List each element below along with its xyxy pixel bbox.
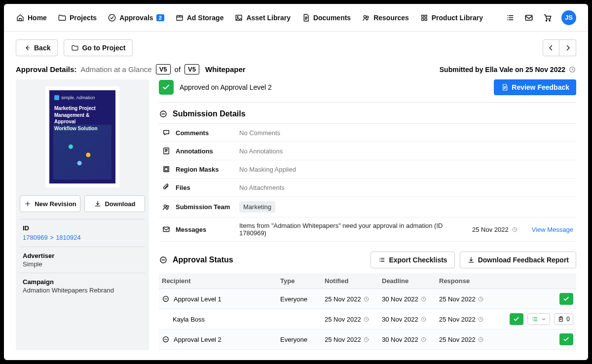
notified-cell: 25 Nov 2022 [325, 336, 382, 343]
table-row: Kayla Boss25 Nov 2022 30 Nov 2022 25 Nov… [159, 309, 576, 329]
nav-approvals[interactable]: Approvals2 [108, 13, 164, 22]
files-value: No Attachments [239, 184, 573, 191]
response-cell: 25 Nov 2022 [439, 295, 496, 303]
team-tag: Marketing [239, 201, 275, 213]
attach-icon [162, 183, 171, 192]
team-icon [162, 203, 171, 212]
nav-home[interactable]: Home [16, 13, 47, 22]
mask-icon [162, 165, 171, 174]
back-button[interactable]: Back [16, 39, 58, 56]
id-link-1[interactable]: 1780969 [23, 234, 48, 241]
sidebar: simple. Admation Marketing Project Manag… [16, 79, 149, 350]
type-cell: Everyone [280, 336, 325, 343]
review-feedback-button[interactable]: Review Feedback [494, 79, 576, 95]
page-title-name: Admation at a Glance [80, 65, 151, 73]
table-row: Jen Why25 Nov 2022 30 Nov 2022 29 Nov 20… [159, 350, 576, 350]
approvals-badge: 2 [156, 14, 164, 21]
collapse-toggle[interactable] [159, 255, 168, 264]
clock-icon [568, 66, 576, 73]
th-recipient: Recipient [162, 277, 280, 285]
submission-details-title: Submission Details [173, 109, 246, 118]
version-total: V5 [185, 64, 199, 74]
cart-icon[interactable] [543, 13, 553, 23]
message-text: Items from "Admation Whitepapers" need y… [239, 222, 466, 237]
approval-status-text: Approved on Approval Level 2 [180, 83, 272, 91]
mail-icon[interactable] [524, 13, 534, 23]
new-revision-button[interactable]: New Revision [20, 195, 80, 212]
nav-product-library[interactable]: Product Library [420, 13, 483, 22]
response-check-icon [510, 313, 523, 325]
notified-cell: 25 Nov 2022 [325, 316, 382, 323]
table-row: Approval Level 2Everyone25 Nov 2022 30 N… [159, 329, 576, 350]
clock-icon [512, 226, 518, 233]
download-button[interactable]: Download [84, 195, 145, 212]
clipboard-count[interactable]: 0 [554, 313, 573, 325]
version-of: of [175, 65, 181, 73]
response-check-icon [559, 333, 573, 345]
recipient-name: Kayla Boss [173, 316, 205, 323]
view-message-link[interactable]: View Message [532, 226, 573, 233]
avatar[interactable]: JS [561, 10, 576, 25]
approval-status-title: Approval Status [173, 255, 233, 264]
deadline-cell: 30 Nov 2022 [382, 316, 439, 323]
comment-icon [162, 128, 171, 137]
collapse-icon[interactable] [162, 295, 170, 303]
nav-ad-storage[interactable]: Ad Storage [175, 13, 224, 22]
th-type: Type [280, 277, 325, 285]
export-checklists-button[interactable]: Export Checklists [370, 252, 454, 268]
deadline-cell: 30 Nov 2022 [382, 336, 439, 343]
response-check-icon [559, 293, 573, 305]
nav-projects[interactable]: Projects [58, 13, 97, 22]
download-feedback-button[interactable]: Download Feedback Report [460, 252, 576, 268]
nav-asset-library[interactable]: Asset Library [234, 13, 290, 22]
recipient-name: Approval Level 1 [174, 295, 222, 303]
main-panel: Approved on Approval Level 2 Review Feed… [159, 79, 576, 350]
pager-next[interactable] [559, 39, 576, 56]
campaign-label: Campaign [23, 278, 142, 286]
nav-resources[interactable]: Resources [362, 13, 409, 22]
list-icon[interactable] [505, 13, 515, 23]
advertiser-label: Advertiser [23, 252, 142, 259]
campaign-value: Admation Whitepapers Rebrand [23, 287, 142, 294]
message-date: 25 Nov 2022 [472, 226, 518, 233]
comments-value: No Comments [239, 129, 573, 137]
preview-brand: simple. Admation [54, 95, 111, 100]
submitted-by: Submitted by Ella Vale on 25 Nov 2022 [440, 66, 576, 73]
response-cell: 25 Nov 2022 [439, 336, 496, 343]
collapse-icon[interactable] [162, 335, 170, 343]
masks-value: No Masking Applied [239, 166, 573, 173]
advertiser-value: Simple [23, 260, 142, 268]
recipient-name: Approval Level 2 [174, 336, 222, 343]
pager-prev[interactable] [543, 39, 559, 56]
preview-thumbnail[interactable]: simple. Admation Marketing Project Manag… [20, 83, 145, 190]
approved-check-icon [159, 80, 174, 95]
table-row: Approval Level 1Everyone25 Nov 2022 30 N… [159, 289, 576, 309]
type-cell: Everyone [280, 295, 325, 303]
go-to-project-button[interactable]: Go to Project [64, 39, 133, 56]
id-label: ID [23, 224, 142, 232]
checklist-button[interactable] [527, 313, 550, 325]
collapse-toggle[interactable] [159, 109, 168, 118]
messages-icon [162, 225, 171, 234]
notified-cell: 25 Nov 2022 [325, 295, 382, 303]
version-current: V5 [156, 64, 171, 74]
th-response: Response [439, 277, 496, 285]
approval-status-table: Recipient Type Notified Deadline Respons… [159, 273, 576, 350]
deadline-cell: 30 Nov 2022 [382, 295, 439, 303]
version-pager [543, 39, 576, 56]
th-notified: Notified [325, 277, 382, 285]
annotations-icon [162, 146, 171, 155]
top-nav: Home Projects Approvals2 Ad Storage Asse… [4, 4, 588, 32]
th-deadline: Deadline [382, 277, 439, 285]
nav-documents[interactable]: Documents [301, 13, 351, 22]
annotations-value: No Annotations [239, 147, 573, 155]
page-title-label: Approval Details: [16, 65, 76, 73]
id-link-2[interactable]: 1810924 [56, 234, 81, 241]
response-cell: 25 Nov 2022 [439, 316, 496, 323]
approval-type: Whitepaper [205, 65, 246, 73]
